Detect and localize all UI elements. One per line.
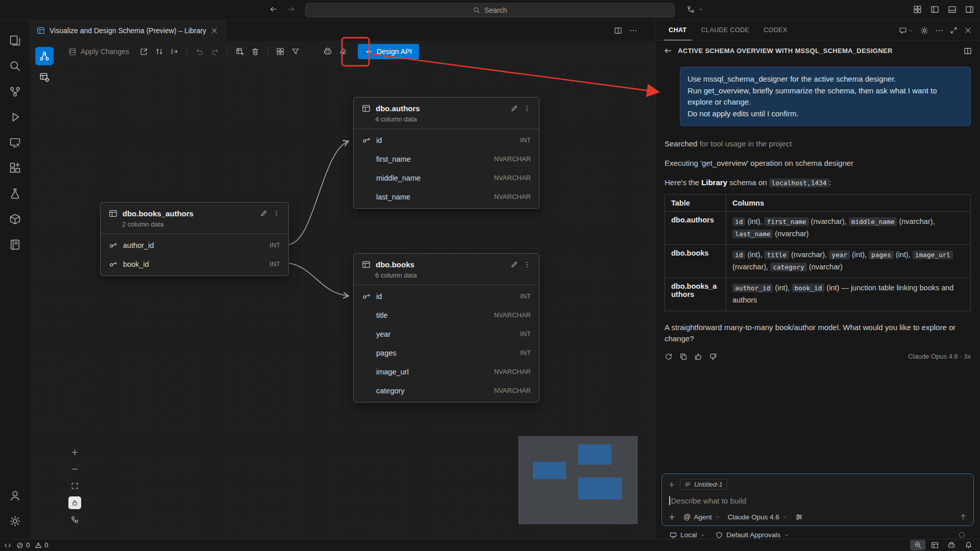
source-control-icon[interactable] xyxy=(3,79,27,104)
extensions-icon[interactable] xyxy=(3,155,27,181)
copilot-status-icon[interactable] xyxy=(944,540,959,550)
toggle-secondary-sidebar-icon[interactable] xyxy=(965,5,974,14)
thumbs-up-icon[interactable] xyxy=(694,353,702,361)
table-definition-view-button[interactable] xyxy=(35,68,54,86)
send-icon[interactable] xyxy=(959,513,967,521)
edit-table-icon[interactable] xyxy=(510,261,518,268)
chat-more-actions-icon[interactable] xyxy=(935,27,943,35)
context-file-chip[interactable]: Untitled-1 xyxy=(680,479,727,490)
canvas-minimap[interactable] xyxy=(519,436,638,524)
remote-indicator-icon[interactable] xyxy=(4,542,11,549)
zoom-status-icon[interactable] xyxy=(910,540,925,550)
column-row-pages[interactable]: pagesINT xyxy=(354,343,539,362)
column-row-category[interactable]: categoryNVARCHAR xyxy=(354,381,539,400)
chat-tab-chat[interactable]: CHAT xyxy=(664,20,692,40)
add-table-icon[interactable] xyxy=(232,44,248,59)
add-context-icon[interactable] xyxy=(668,481,675,488)
export-diagram-icon[interactable] xyxy=(136,44,152,59)
auto-layout-icon[interactable] xyxy=(273,44,288,59)
toggle-sidebar-icon[interactable] xyxy=(930,5,939,14)
chat-message-list[interactable]: Use mssql_schema_designer for the active… xyxy=(655,58,980,473)
table-card-dbo.authors[interactable]: dbo.authors4 column dataidINTfirst_nameN… xyxy=(353,97,540,209)
apply-changes-button[interactable]: Apply Changes xyxy=(68,47,129,56)
open-chat-in-editor-icon[interactable] xyxy=(964,47,972,55)
nav-forward-icon[interactable] xyxy=(287,5,295,13)
split-editor-icon[interactable] xyxy=(614,27,622,35)
notebook-icon[interactable] xyxy=(3,232,27,257)
delete-table-icon[interactable] xyxy=(248,44,263,59)
command-center-search[interactable]: Search xyxy=(305,3,675,17)
attach-icon[interactable] xyxy=(668,513,676,521)
column-row-book_id[interactable]: book_idINT xyxy=(101,255,288,273)
toggle-panel-icon[interactable] xyxy=(948,5,957,14)
fk-books-authors-to-authors[interactable] xyxy=(289,141,348,244)
table-menu-icon[interactable] xyxy=(273,210,280,217)
table-menu-icon[interactable] xyxy=(523,105,531,112)
eraser-icon[interactable] xyxy=(335,44,351,59)
explorer-icon[interactable] xyxy=(3,28,27,53)
filter-icon[interactable] xyxy=(288,44,303,59)
column-row-year[interactable]: yearINT xyxy=(354,324,539,343)
chat-expand-icon[interactable] xyxy=(950,27,958,34)
column-row-title[interactable]: titleNVARCHAR xyxy=(354,306,539,324)
schema-diagram-view-button[interactable] xyxy=(35,47,54,65)
fk-books-authors-to-books[interactable] xyxy=(289,263,348,296)
table-card-dbo.books[interactable]: dbo.books6 column dataidINTtitleNVARCHAR… xyxy=(353,253,540,403)
edit-table-icon[interactable] xyxy=(510,105,518,112)
column-row-id[interactable]: idINT xyxy=(354,287,539,306)
redo-icon[interactable] xyxy=(207,44,223,59)
approvals-picker[interactable]: Default Approvals xyxy=(716,531,789,539)
back-icon[interactable] xyxy=(664,46,672,55)
zoom-out-icon[interactable] xyxy=(68,463,81,475)
account-icon[interactable] xyxy=(3,483,27,508)
column-row-middle_name[interactable]: middle_nameNVARCHAR xyxy=(354,168,539,187)
column-row-last_name[interactable]: last_nameNVARCHAR xyxy=(354,187,539,206)
nav-back-icon[interactable] xyxy=(270,5,278,13)
chat-tab-codex[interactable]: CODEX xyxy=(758,20,792,40)
column-row-author_id[interactable]: author_idINT xyxy=(101,236,288,255)
tools-sliders-icon[interactable] xyxy=(795,513,803,521)
column-row-image_url[interactable]: image_urlNVARCHAR xyxy=(354,362,539,381)
thumbs-down-icon[interactable] xyxy=(709,353,717,361)
remote-explorer-icon[interactable] xyxy=(3,130,27,155)
environment-picker[interactable]: Local xyxy=(670,531,705,539)
chat-text-input[interactable]: Describe what to build xyxy=(669,496,966,505)
testing-icon[interactable] xyxy=(3,181,27,206)
customize-layout-icon[interactable] xyxy=(913,5,922,14)
packages-icon[interactable] xyxy=(3,206,27,232)
settings-gear-icon[interactable] xyxy=(3,508,27,534)
edit-table-icon[interactable] xyxy=(260,210,267,217)
rerun-icon[interactable] xyxy=(665,353,673,361)
lock-canvas-icon[interactable] xyxy=(68,496,81,509)
chat-close-icon[interactable] xyxy=(964,27,972,34)
copilot-icon[interactable] xyxy=(320,44,335,59)
model-picker[interactable]: Claude Opus 4.6 xyxy=(728,513,788,521)
zoom-in-icon[interactable] xyxy=(68,446,81,459)
session-menu[interactable] xyxy=(687,5,703,14)
run-debug-icon[interactable] xyxy=(3,104,27,130)
chat-settings-gear-icon[interactable] xyxy=(920,27,928,35)
table-menu-icon[interactable] xyxy=(523,261,531,268)
column-row-id[interactable]: idINT xyxy=(354,131,539,149)
agent-mode-picker[interactable]: @ Agent xyxy=(683,513,720,521)
table-card-dbo.books_authors[interactable]: dbo.books_authors2 column dataauthor_idI… xyxy=(100,202,289,276)
undo-icon[interactable] xyxy=(192,44,207,59)
search-icon[interactable] xyxy=(3,53,27,79)
chat-tab-claude-code[interactable]: CLAUDE CODE xyxy=(696,20,754,40)
copy-icon[interactable] xyxy=(679,353,688,361)
open-script-icon[interactable] xyxy=(167,44,182,59)
problems-errors[interactable]: 0 xyxy=(16,541,30,549)
design-api-button[interactable]: Design API xyxy=(358,44,419,59)
editor-more-actions-icon[interactable] xyxy=(629,27,638,35)
notifications-bell-icon[interactable] xyxy=(961,540,976,550)
compare-changes-icon[interactable] xyxy=(152,44,167,59)
schema-canvas[interactable]: dbo.authors4 column dataidINTfirst_nameN… xyxy=(30,62,655,539)
column-row-first_name[interactable]: first_nameNVARCHAR xyxy=(354,149,539,168)
table-designer-status-icon[interactable] xyxy=(927,540,942,550)
zoom-to-fit-icon[interactable] xyxy=(68,480,81,492)
chat-history-menu[interactable] xyxy=(899,27,914,35)
problems-warnings[interactable]: 0 xyxy=(35,541,48,549)
tab-close-icon[interactable] xyxy=(211,27,218,34)
chat-input-box[interactable]: Untitled-1 Describe what to build @ Agen… xyxy=(662,473,974,526)
tab-schema-designer[interactable]: Visualize and Design Schema (Preview) – … xyxy=(30,20,226,41)
